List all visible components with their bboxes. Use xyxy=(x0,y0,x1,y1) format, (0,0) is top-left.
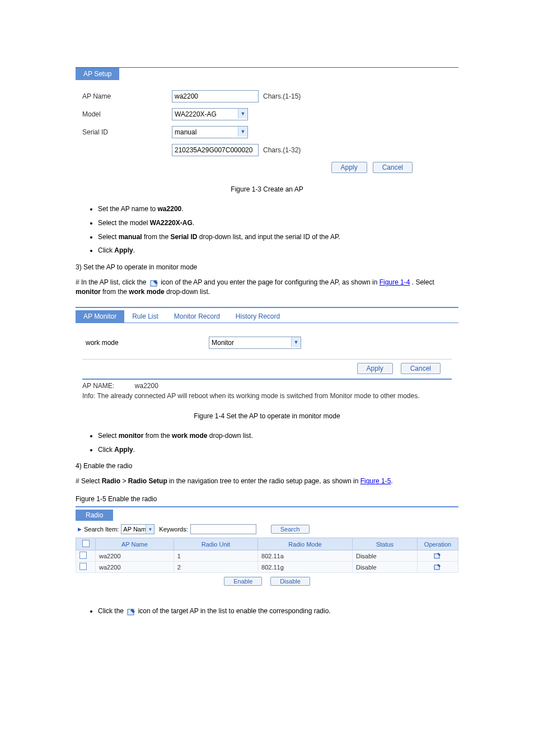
chevron-down-icon[interactable]: ▼ xyxy=(291,337,301,347)
cancel-button[interactable]: Cancel xyxy=(401,363,441,374)
keywords-label: Keywords: xyxy=(159,526,188,533)
figure-caption: Figure 1-4 Set the AP to operate in moni… xyxy=(76,412,458,420)
triangle-icon: ▶ xyxy=(78,526,82,532)
serial-mode-select[interactable] xyxy=(172,126,248,138)
work-mode-select[interactable] xyxy=(209,337,301,349)
model-label: Model xyxy=(82,110,172,118)
body-paragraph: # Select Radio > Radio Setup in the navi… xyxy=(76,477,458,486)
ap-setup-panel: AP Setup AP Name Chars.(1-15) Model ▼ Se… xyxy=(76,67,458,180)
chevron-down-icon[interactable]: ▼ xyxy=(146,525,154,534)
enable-button[interactable]: Enable xyxy=(224,577,262,586)
keywords-input[interactable] xyxy=(190,524,256,534)
bullet-list: Set the AP name to wa2200. Select the mo… xyxy=(76,204,458,255)
list-item: Click the icon of the target AP in the l… xyxy=(98,606,458,616)
table-row: wa2200 2 802.11g Disable xyxy=(76,562,458,573)
radio-table: AP Name Radio Unit Radio Mode Status Ope… xyxy=(76,538,458,573)
col-radio-unit: Radio Unit xyxy=(174,538,257,550)
figure-caption: Figure 1-3 Create an AP xyxy=(76,185,458,193)
tab-history-record[interactable]: History Record xyxy=(228,310,288,323)
disable-button[interactable]: Disable xyxy=(270,577,310,586)
bullet-list: Click the icon of the target AP in the l… xyxy=(76,606,458,616)
body-paragraph: # In the AP list, click the icon of the … xyxy=(76,278,458,297)
operation-icon[interactable] xyxy=(434,564,442,571)
ap-name-static-value: wa2200 xyxy=(135,382,158,390)
work-mode-label: work mode xyxy=(82,339,209,347)
edit-icon xyxy=(127,608,136,615)
ap-monitor-panel: AP Monitor Rule List Monitor Record Hist… xyxy=(76,307,458,408)
list-item: Click Apply. xyxy=(98,445,458,455)
ap-name-label: AP Name xyxy=(82,92,172,100)
tab-ap-setup[interactable]: AP Setup xyxy=(76,68,119,80)
figure-caption: Figure 1-5 Enable the radio xyxy=(76,495,458,503)
col-operation: Operation xyxy=(418,538,458,550)
list-item: Select monitor from the work mode drop-d… xyxy=(98,431,458,441)
list-item: Select manual from the Serial ID drop-do… xyxy=(98,232,458,242)
figure-link[interactable]: Figure 1-5 xyxy=(360,477,391,485)
info-text: Info: The already connected AP will rebo… xyxy=(82,392,452,400)
ap-name-static-label: AP NAME: xyxy=(82,382,114,390)
tab-radio[interactable]: Radio xyxy=(76,510,113,521)
cancel-button[interactable]: Cancel xyxy=(373,162,413,173)
chevron-down-icon[interactable]: ▼ xyxy=(238,127,247,137)
col-ap-name: AP Name xyxy=(96,538,174,550)
ap-name-input[interactable] xyxy=(172,90,259,102)
apply-button[interactable]: Apply xyxy=(331,162,367,173)
figure-link[interactable]: Figure 1-4 xyxy=(380,278,410,286)
edit-icon xyxy=(150,279,159,287)
select-all-checkbox[interactable] xyxy=(82,540,90,547)
bullet-list: Select monitor from the work mode drop-d… xyxy=(76,431,458,455)
list-item: Set the AP name to wa2200. xyxy=(98,204,458,214)
search-item-label: Search Item: xyxy=(84,526,119,533)
col-radio-mode: Radio Mode xyxy=(258,538,353,550)
table-row: wa2200 1 802.11a Disable xyxy=(76,550,458,562)
serial-id-label: Serial ID xyxy=(82,128,172,136)
operation-icon[interactable] xyxy=(434,553,442,560)
radio-panel: Radio ▶ Search Item: ▼ Keywords: Search … xyxy=(76,506,458,590)
list-item: Click Apply. xyxy=(98,246,458,255)
model-select[interactable] xyxy=(172,108,248,120)
ap-name-hint: Chars.(1-15) xyxy=(263,92,301,100)
serial-id-input[interactable] xyxy=(172,144,259,156)
col-status: Status xyxy=(352,538,417,550)
tab-ap-monitor[interactable]: AP Monitor xyxy=(76,310,124,323)
tab-rule-list[interactable]: Rule List xyxy=(124,310,166,323)
row-checkbox[interactable] xyxy=(79,552,87,559)
step-heading: 4) Enable the radio xyxy=(76,462,458,470)
list-item: Select the model WA2220X-AG. xyxy=(98,218,458,228)
serial-hint: Chars.(1-32) xyxy=(263,146,301,154)
row-checkbox[interactable] xyxy=(79,563,87,570)
search-button[interactable]: Search xyxy=(271,525,310,534)
chevron-down-icon[interactable]: ▼ xyxy=(238,109,247,119)
step-heading: 3) Set the AP to operate in monitor mode xyxy=(76,263,458,271)
apply-button[interactable]: Apply xyxy=(357,363,393,374)
tab-monitor-record[interactable]: Monitor Record xyxy=(166,310,228,323)
